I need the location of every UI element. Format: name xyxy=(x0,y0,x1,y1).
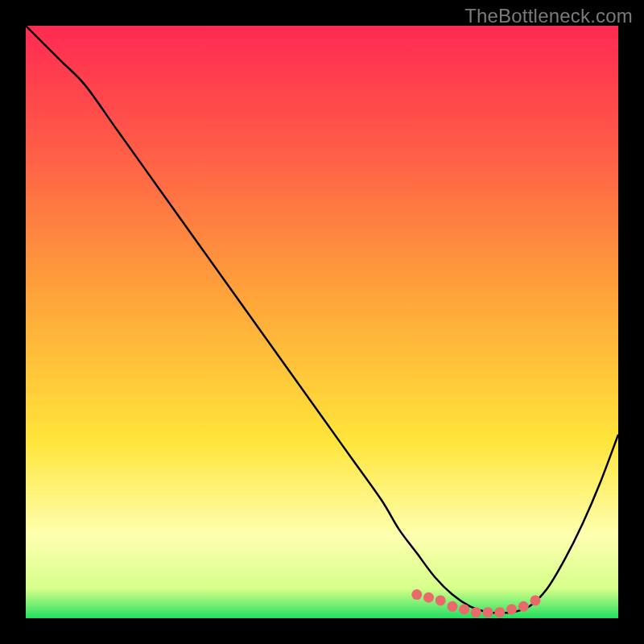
highlight-dots-layer xyxy=(26,26,618,618)
highlight-dot xyxy=(518,601,529,612)
highlight-dot xyxy=(506,604,517,614)
highlight-dot xyxy=(530,595,540,605)
gradient-background xyxy=(26,26,618,618)
gradient-rect xyxy=(26,26,618,618)
curve-layer xyxy=(26,26,618,618)
watermark-label: TheBottleneck.com xyxy=(464,5,633,27)
plot-area xyxy=(26,26,618,618)
highlight-dot xyxy=(459,604,469,614)
highlight-dot xyxy=(423,592,434,603)
highlight-dot xyxy=(494,607,505,617)
highlight-dot xyxy=(411,589,422,600)
highlight-dot xyxy=(471,607,481,617)
bottleneck-curve xyxy=(26,26,618,613)
chart-frame: TheBottleneck.com xyxy=(0,0,644,644)
highlight-dot xyxy=(447,601,457,612)
highlight-dot xyxy=(483,607,493,617)
highlight-dot xyxy=(436,595,446,605)
